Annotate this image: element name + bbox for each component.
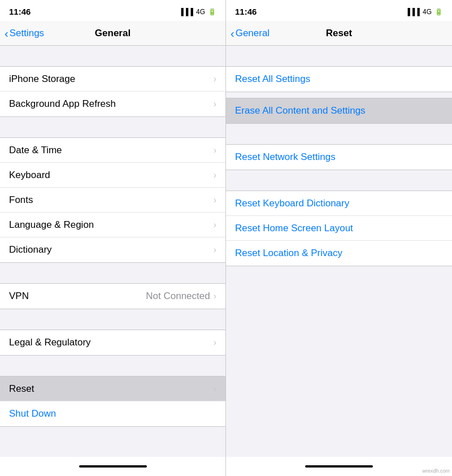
iphone-storage-label: iPhone Storage bbox=[9, 73, 75, 85]
left-section-datetime: Date & Time › Keyboard › Fonts › Languag… bbox=[0, 137, 225, 263]
keyboard-label: Keyboard bbox=[9, 170, 50, 181]
battery-icon: 🔋 bbox=[208, 8, 216, 16]
iphone-storage-row[interactable]: iPhone Storage › bbox=[0, 67, 225, 92]
right-status-time: 11:46 bbox=[235, 7, 257, 16]
right-signal-icon: ▐▐▐ bbox=[405, 8, 420, 16]
gap3 bbox=[0, 263, 225, 283]
reset-network-label: Reset Network Settings bbox=[235, 152, 336, 163]
reset-keyboard-dict-label: Reset Keyboard Dictionary bbox=[235, 198, 349, 209]
left-back-label: Settings bbox=[10, 28, 44, 39]
left-home-indicator bbox=[0, 457, 225, 476]
shutdown-row[interactable]: Shut Down bbox=[0, 401, 225, 426]
left-section-reset: Reset › Shut Down bbox=[0, 376, 225, 427]
background-refresh-label: Background App Refresh bbox=[9, 98, 116, 110]
right-back-chevron-icon: ‹ bbox=[231, 28, 234, 39]
right-home-indicator bbox=[226, 457, 452, 476]
keyboard-chevron-icon: › bbox=[214, 170, 216, 180]
gap7 bbox=[0, 447, 225, 457]
reset-label: Reset bbox=[9, 383, 34, 395]
dictionary-chevron-icon: › bbox=[214, 245, 216, 255]
date-time-label: Date & Time bbox=[9, 145, 62, 156]
watermark: wrexdh.com bbox=[422, 468, 450, 474]
left-back-chevron-icon: ‹ bbox=[5, 28, 8, 39]
right-gap4 bbox=[226, 170, 452, 191]
date-time-row[interactable]: Date & Time › bbox=[0, 138, 225, 163]
reset-network-row[interactable]: Reset Network Settings bbox=[226, 145, 452, 170]
gap6 bbox=[0, 427, 225, 447]
reset-all-settings-row[interactable]: Reset All Settings bbox=[226, 67, 452, 92]
signal-icon: ▐▐▐ bbox=[179, 8, 193, 16]
gap1 bbox=[0, 46, 225, 66]
shutdown-label: Shut Down bbox=[9, 408, 56, 419]
language-region-label: Language & Region bbox=[9, 219, 94, 231]
right-settings-content: Reset All Settings Erase All Content and… bbox=[226, 46, 452, 457]
keyboard-row[interactable]: Keyboard › bbox=[0, 163, 225, 188]
vpn-value: Not Connected bbox=[146, 291, 210, 302]
left-back-button[interactable]: ‹ Settings bbox=[5, 28, 44, 39]
gap5 bbox=[0, 356, 225, 376]
right-nav-title: Reset bbox=[326, 28, 352, 39]
right-nav-bar: ‹ General Reset bbox=[226, 21, 452, 46]
background-refresh-chevron-icon: › bbox=[214, 99, 216, 109]
right-section-network: Reset Network Settings bbox=[226, 144, 452, 170]
left-nav-title: General bbox=[95, 28, 131, 39]
legal-label: Legal & Regulatory bbox=[9, 337, 91, 348]
right-battery-icon: 🔋 bbox=[434, 8, 443, 16]
reset-keyboard-dict-row[interactable]: Reset Keyboard Dictionary bbox=[226, 191, 452, 216]
iphone-storage-chevron-icon: › bbox=[214, 74, 216, 84]
left-section-storage: iPhone Storage › Background App Refresh … bbox=[0, 66, 225, 117]
left-home-bar bbox=[79, 465, 147, 468]
right-network-type: 4G bbox=[423, 8, 432, 16]
reset-location-privacy-label: Reset Location & Privacy bbox=[235, 248, 342, 259]
right-back-button[interactable]: ‹ General bbox=[231, 28, 270, 39]
vpn-row[interactable]: VPN Not Connected › bbox=[0, 284, 225, 309]
date-time-chevron-icon: › bbox=[214, 145, 216, 155]
language-region-row[interactable]: Language & Region › bbox=[0, 213, 225, 237]
left-panel: 11:46 ▐▐▐ 4G 🔋 ‹ Settings General iPhone… bbox=[0, 0, 226, 476]
fonts-chevron-icon: › bbox=[214, 195, 216, 205]
right-section-erase: Erase All Content and Settings bbox=[226, 98, 452, 124]
reset-row[interactable]: Reset › bbox=[0, 377, 225, 401]
dictionary-row[interactable]: Dictionary › bbox=[0, 237, 225, 262]
language-region-chevron-icon: › bbox=[214, 220, 216, 230]
legal-row[interactable]: Legal & Regulatory › bbox=[0, 330, 225, 355]
right-status-bar: 11:46 ▐▐▐ 4G 🔋 bbox=[226, 0, 452, 21]
right-status-icons: ▐▐▐ 4G 🔋 bbox=[405, 8, 443, 16]
right-gap2 bbox=[226, 92, 452, 98]
right-gap1 bbox=[226, 46, 452, 66]
left-settings-content: iPhone Storage › Background App Refresh … bbox=[0, 46, 225, 457]
right-gap3 bbox=[226, 124, 452, 144]
left-section-legal: Legal & Regulatory › bbox=[0, 330, 225, 356]
left-status-time: 11:46 bbox=[9, 7, 31, 16]
left-section-vpn: VPN Not Connected › bbox=[0, 283, 225, 309]
background-refresh-row[interactable]: Background App Refresh › bbox=[0, 92, 225, 116]
vpn-chevron-icon: › bbox=[214, 291, 216, 301]
right-section-more-resets: Reset Keyboard Dictionary Reset Home Scr… bbox=[226, 191, 452, 266]
erase-all-label: Erase All Content and Settings bbox=[235, 105, 366, 116]
dictionary-label: Dictionary bbox=[9, 244, 52, 256]
vpn-label: VPN bbox=[9, 291, 29, 302]
left-status-icons: ▐▐▐ 4G 🔋 bbox=[179, 8, 216, 16]
right-home-bar bbox=[305, 465, 373, 468]
right-section-reset-all: Reset All Settings bbox=[226, 66, 452, 92]
reset-home-screen-label: Reset Home Screen Layout bbox=[235, 223, 353, 234]
reset-home-screen-row[interactable]: Reset Home Screen Layout bbox=[226, 216, 452, 241]
fonts-label: Fonts bbox=[9, 194, 33, 206]
reset-chevron-icon: › bbox=[214, 384, 216, 394]
network-type: 4G bbox=[196, 8, 205, 16]
left-nav-bar: ‹ Settings General bbox=[0, 21, 225, 46]
legal-chevron-icon: › bbox=[214, 337, 216, 348]
gap2 bbox=[0, 117, 225, 137]
right-panel: 11:46 ▐▐▐ 4G 🔋 ‹ General Reset Reset All… bbox=[226, 0, 452, 476]
erase-all-row[interactable]: Erase All Content and Settings bbox=[226, 98, 452, 123]
reset-all-settings-label: Reset All Settings bbox=[235, 73, 310, 85]
right-back-label: General bbox=[236, 28, 270, 39]
gap4 bbox=[0, 309, 225, 330]
fonts-row[interactable]: Fonts › bbox=[0, 188, 225, 213]
reset-location-privacy-row[interactable]: Reset Location & Privacy bbox=[226, 241, 452, 266]
left-status-bar: 11:46 ▐▐▐ 4G 🔋 bbox=[0, 0, 225, 21]
